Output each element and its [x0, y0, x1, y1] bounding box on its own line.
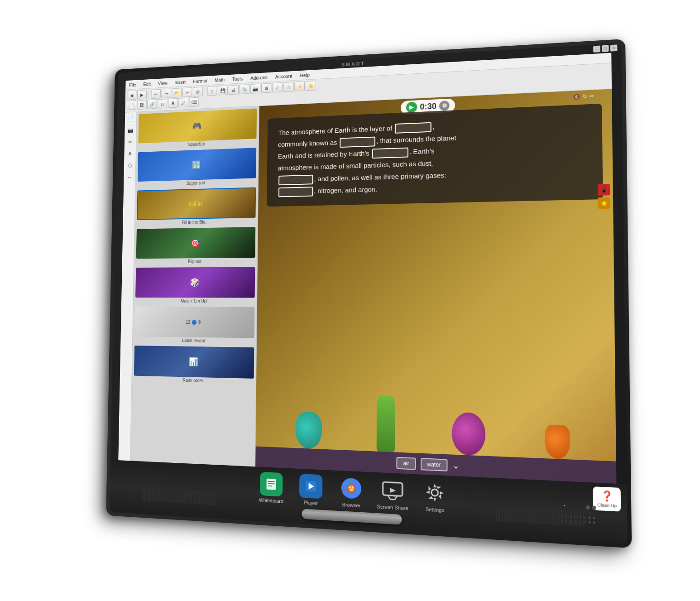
cut-button[interactable]: ✂	[182, 87, 192, 97]
slide-thumb-2[interactable]: 🔢 Super sort	[138, 148, 257, 187]
menu-insert[interactable]: Insert	[173, 78, 188, 86]
dock-bar: Whiteboard Player	[243, 471, 466, 514]
sidebar-pen-icon[interactable]: ✏	[126, 137, 135, 147]
slide-label-flipout: Flip out	[136, 258, 255, 264]
question-overlay: The atmosphere of Earth is the layer of …	[267, 103, 603, 207]
slide-thumb-5[interactable]: 🎲 Match 'Em Up!	[135, 267, 255, 303]
screenshare-label: Screen Share	[377, 504, 408, 511]
main-content: 📄 📷 ✏ A ⬡ ↔ 🎮	[118, 89, 616, 483]
camera-bump	[109, 189, 115, 274]
flask-purple	[451, 412, 485, 456]
redo-button[interactable]: ↪	[161, 88, 171, 98]
new-button[interactable]: □	[207, 86, 217, 96]
star-icon[interactable]: ⭐	[598, 197, 610, 209]
img-btn[interactable]: 🖼	[137, 100, 146, 109]
menu-edit[interactable]: Edit	[141, 80, 153, 87]
chemistry-background	[256, 312, 616, 461]
slide-img-labelreveal: 12 🔵 ⏱	[134, 306, 254, 338]
right-panel: 📱 ⭐	[598, 183, 610, 208]
blank-4[interactable]	[278, 174, 313, 185]
tool2[interactable]: 👆	[306, 81, 316, 91]
mobile-icon[interactable]: 📱	[598, 183, 610, 195]
menu-view[interactable]: View	[156, 79, 169, 86]
text-btn[interactable]: A	[168, 98, 178, 108]
shapes-btn[interactable]: ◻	[158, 99, 168, 108]
menu-tools[interactable]: Tools	[230, 75, 245, 82]
player-label: Player	[304, 500, 318, 506]
slide-panel: 🎮 SpeedUp 🔢 Super sort	[130, 106, 259, 466]
timer-settings-button[interactable]: ⚙	[439, 100, 450, 111]
slide-thumb-7[interactable]: 📊 Rank order	[134, 346, 254, 385]
led-power	[586, 505, 590, 509]
slide-img-matchem: 🎲	[135, 267, 255, 298]
sidebar-page-icon[interactable]: 📄	[126, 114, 135, 123]
flask-green	[376, 395, 395, 452]
sidebar-text-icon[interactable]: A	[125, 149, 134, 158]
blank-3[interactable]	[372, 147, 408, 159]
dock-browser[interactable]: Browser	[336, 475, 368, 508]
star-toolbar-btn[interactable]: ☆	[283, 82, 294, 91]
open-button[interactable]: 📂	[172, 88, 182, 98]
slide-img-speedup: 🎮	[138, 108, 257, 143]
slide-thumb-1[interactable]: 🎮 SpeedUp	[138, 108, 257, 149]
print-button[interactable]: 🖨	[229, 85, 239, 95]
screen-button[interactable]: 🖥	[261, 83, 272, 93]
minimize-button[interactable]: –	[593, 45, 600, 52]
speaker-grille-left	[142, 487, 216, 505]
flask-teal	[295, 411, 322, 449]
chevron-down-icon[interactable]: ⌄	[452, 460, 460, 471]
blank-1[interactable]	[395, 122, 432, 133]
slide-thumb-3[interactable]: Fill in Fill in the Bla...	[137, 187, 256, 226]
sidebar-shape-icon[interactable]: ⬡	[125, 160, 134, 170]
cleanup-button[interactable]: ❓ Clean Up	[593, 486, 621, 512]
svg-rect-11	[350, 478, 352, 488]
player-icon	[299, 474, 322, 499]
dock-player[interactable]: Player	[295, 473, 326, 506]
mute-icon[interactable]: 🔇	[573, 93, 580, 100]
timer-display: 0:30	[420, 101, 436, 111]
slide-thumb-4[interactable]: 🎯 Flip out	[136, 227, 255, 264]
erase-btn[interactable]: ⌫	[189, 97, 199, 107]
grid-button[interactable]: ⊞	[193, 87, 203, 96]
highlight-btn[interactable]: 🖊	[178, 97, 188, 107]
forward-button[interactable]: ▶	[137, 90, 147, 99]
menu-math[interactable]: Math	[212, 76, 227, 83]
camera-button[interactable]: 📷	[250, 83, 261, 93]
tool1[interactable]: ⚡	[294, 81, 305, 91]
sidebar-arrow-icon[interactable]: ↔	[125, 172, 134, 182]
dock-settings[interactable]: Settings	[418, 479, 451, 513]
menu-help[interactable]: Help	[298, 71, 312, 78]
menu-account[interactable]: Account	[273, 72, 294, 80]
dock-screenshare[interactable]: Screen Share	[376, 477, 409, 511]
check-button[interactable]: ✓	[272, 82, 283, 92]
link-btn[interactable]: 🔗	[147, 99, 157, 109]
sidebar-cam-icon[interactable]: 📷	[126, 125, 135, 135]
blank-5[interactable]	[278, 187, 313, 197]
canvas-controls: 🔇 ↻ ✏	[573, 92, 594, 100]
save-button[interactable]: 💾	[218, 85, 228, 95]
edit-icon[interactable]: ✏	[589, 92, 594, 99]
answer-air[interactable]: air	[397, 457, 416, 470]
refresh-icon[interactable]: ↻	[582, 93, 587, 100]
answer-water[interactable]: water	[420, 457, 447, 471]
whiteboard-label: Whiteboard	[259, 497, 283, 504]
smart-brand-label: SMART	[341, 61, 365, 67]
blank-2[interactable]	[340, 136, 375, 148]
attach-button[interactable]: 📎	[240, 84, 249, 94]
flask-orange	[545, 424, 570, 459]
svg-point-15	[432, 489, 438, 496]
menu-file[interactable]: File	[127, 81, 138, 88]
slide-thumb-6[interactable]: 12 🔵 ⏱ Label reveal	[134, 306, 254, 343]
dock-whiteboard[interactable]: Whiteboard	[256, 471, 287, 504]
undo-button[interactable]: ↩	[151, 89, 160, 98]
speaker-grille-right-bar	[496, 507, 586, 526]
page-btn[interactable]: 📄	[127, 100, 136, 110]
pen-tray	[302, 509, 402, 525]
menu-format[interactable]: Format	[191, 77, 210, 84]
slide-img-supersort: 🔢	[138, 148, 256, 182]
close-button[interactable]: ×	[610, 44, 618, 51]
play-button[interactable]: ▶	[406, 101, 417, 113]
maximize-button[interactable]: □	[602, 45, 609, 52]
menu-addons[interactable]: Add-ons	[248, 73, 270, 82]
back-button[interactable]: ◀	[127, 90, 136, 100]
